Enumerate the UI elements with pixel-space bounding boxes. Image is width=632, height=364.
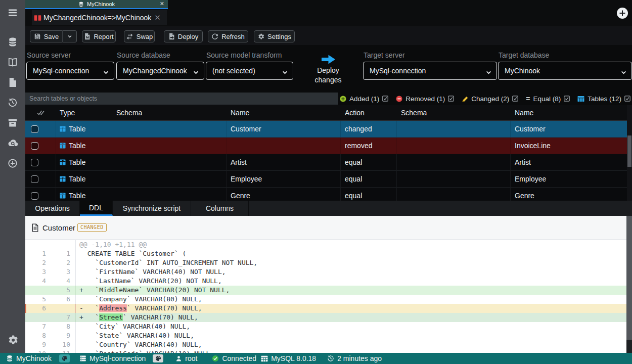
source-database-label: Source database <box>117 52 204 59</box>
row-checkbox[interactable] <box>31 159 38 166</box>
settings-button[interactable]: Settings <box>254 30 295 42</box>
diff-old-line-number: 10 <box>25 349 51 353</box>
ddl-scrollbar[interactable] <box>626 216 632 353</box>
source-server-select[interactable]: MySql-connection <box>26 62 114 80</box>
save-menu-caret[interactable] <box>62 30 77 42</box>
row-source-schema-cell <box>112 154 227 171</box>
row-checkbox[interactable] <box>31 125 38 133</box>
refresh-button[interactable]: Refresh <box>208 30 248 42</box>
status-connection-label: Connected <box>222 354 256 362</box>
status-user[interactable]: root <box>175 354 197 362</box>
deploy-changes-label-2: changes <box>300 75 356 85</box>
tab-ddl[interactable]: DDL <box>80 201 113 216</box>
table-type-icon <box>60 159 66 165</box>
document-tab-close-icon[interactable]: ✕ <box>154 13 161 22</box>
connection-tab-close-icon[interactable]: ✕ <box>160 1 164 7</box>
cloud-search-icon[interactable] <box>0 133 25 153</box>
grid-header-name-source[interactable]: Name <box>227 105 341 121</box>
diff-old-line-number: 1 <box>25 249 51 258</box>
report-button[interactable]: Report <box>82 30 116 42</box>
source-model-transform-select[interactable]: (not selected) <box>206 62 293 80</box>
select-all-header[interactable] <box>25 105 56 121</box>
diff-old-line-number <box>25 240 51 249</box>
status-database[interactable]: MyChinook <box>6 354 52 362</box>
history-icon[interactable] <box>0 93 25 113</box>
status-connection-state[interactable]: Connected <box>212 354 256 362</box>
source-database-value: MyChangedChinook <box>123 67 187 75</box>
grid-header-schema-source[interactable]: Schema <box>112 105 227 121</box>
swap-label: Swap <box>137 33 153 40</box>
save-button[interactable]: Save <box>30 30 62 42</box>
grid-row-employee[interactable]: TableEmployeeequalEmployee <box>25 171 627 188</box>
checkbox-checked-icon[interactable] <box>448 96 454 102</box>
source-database-select[interactable]: MyChangedChinook <box>116 62 204 80</box>
checkbox-checked-icon[interactable] <box>564 96 570 102</box>
grid-header-action[interactable]: Action <box>341 105 397 121</box>
status-version[interactable]: MySQL 8.0.18 <box>261 354 316 362</box>
row-checkbox[interactable] <box>31 142 38 150</box>
chevron-down-icon <box>103 69 109 77</box>
settings-gear-icon[interactable] <box>0 330 25 350</box>
grid-header-type[interactable]: Type <box>56 105 112 121</box>
checkbox-checked-icon[interactable] <box>382 96 388 102</box>
chip-tables[interactable]: Tables (12) <box>577 95 630 103</box>
checkbox-checked-icon[interactable] <box>624 96 630 102</box>
grid-scrollbar-thumb[interactable] <box>627 135 631 167</box>
checkbox-checked-icon[interactable] <box>512 96 518 102</box>
scripts-file-icon[interactable] <box>0 72 25 93</box>
chip-equal[interactable]: = Equal (8) <box>526 95 570 103</box>
catalog-book-icon[interactable] <box>0 52 25 72</box>
status-server[interactable]: MySql-connection <box>79 354 146 362</box>
diff-old-line-number <box>25 286 51 295</box>
grid-row-invoiceline[interactable]: TableremovedInvoiceLine <box>25 138 627 154</box>
target-database-group: Target database MyChinook <box>498 48 632 80</box>
chip-added[interactable]: Added (1) <box>340 95 388 103</box>
report-label: Report <box>94 33 113 40</box>
diff-line: 78 `City` VARCHAR(40) NULL, <box>25 322 626 331</box>
server-color-swatch[interactable] <box>153 354 163 362</box>
document-tab-compare[interactable]: MyChangedChinook=>MyChinook ✕ <box>32 10 167 25</box>
tab-columns[interactable]: Columns <box>191 201 249 216</box>
diff-code-text: `CustomerId` INT AUTO_INCREMENT NOT NULL… <box>76 258 626 267</box>
status-bar: MyChinook MySql-connection root Connecte… <box>0 353 632 364</box>
grid-row-customer[interactable]: TableCustomerchangedCustomer <box>25 121 627 138</box>
diff-old-line-number: 2 <box>25 258 51 267</box>
changed-badge: CHANGED <box>77 223 107 232</box>
source-server-group: Source server MySql-connection <box>26 48 114 80</box>
menu-hamburger-icon[interactable] <box>0 0 25 25</box>
source-model-transform-label: Source model transform <box>206 52 293 59</box>
chip-equal-label: Equal (8) <box>533 95 561 103</box>
connection-tab-mychinook[interactable]: MyChinook ✕ <box>25 0 168 9</box>
target-database-value: MyChinook <box>505 67 540 75</box>
row-source-name-cell: Genre <box>227 188 341 201</box>
status-refresh-label: 2 minutes ago <box>337 354 382 362</box>
status-last-refresh[interactable]: 2 minutes ago <box>327 354 382 362</box>
grid-header-schema-target[interactable]: Schema <box>397 105 511 121</box>
history-clock-icon <box>327 355 334 362</box>
row-checkbox[interactable] <box>31 192 38 200</box>
target-server-select[interactable]: MySql-connection <box>363 62 497 80</box>
database-color-swatch[interactable] <box>59 354 70 362</box>
swap-button[interactable]: Swap <box>124 30 155 42</box>
new-tab-button[interactable] <box>617 8 628 19</box>
grid-header-row: Type Schema Name Action Schema Name <box>25 105 627 121</box>
chip-added-label: Added (1) <box>349 95 379 103</box>
row-source-schema-cell <box>112 188 227 201</box>
row-checkbox[interactable] <box>31 175 38 183</box>
chip-removed[interactable]: Removed (1) <box>396 95 454 103</box>
add-connection-icon[interactable] <box>0 153 25 173</box>
grid-row-genre[interactable]: TableGenreequalGenre <box>25 188 627 201</box>
grid-row-artist[interactable]: TableArtistequalArtist <box>25 154 627 171</box>
chip-changed[interactable]: Changed (2) <box>462 95 518 103</box>
tab-synchronize-script[interactable]: Synchronize script <box>113 201 191 216</box>
backup-archive-icon[interactable] <box>0 113 25 133</box>
deploy-button[interactable]: Deploy <box>164 30 203 42</box>
search-input[interactable] <box>25 93 338 105</box>
grid-header-name-target[interactable]: Name <box>511 105 627 121</box>
grid-scrollbar[interactable] <box>627 105 632 201</box>
target-database-select[interactable]: MyChinook <box>498 62 632 80</box>
tab-operations[interactable]: Operations <box>25 201 80 216</box>
ddl-scrollbar-thumb[interactable] <box>626 216 632 340</box>
diff-line: 5+ `MiddleName` VARCHAR(20) NOT NULL, <box>25 286 626 295</box>
connections-icon[interactable] <box>0 32 25 52</box>
